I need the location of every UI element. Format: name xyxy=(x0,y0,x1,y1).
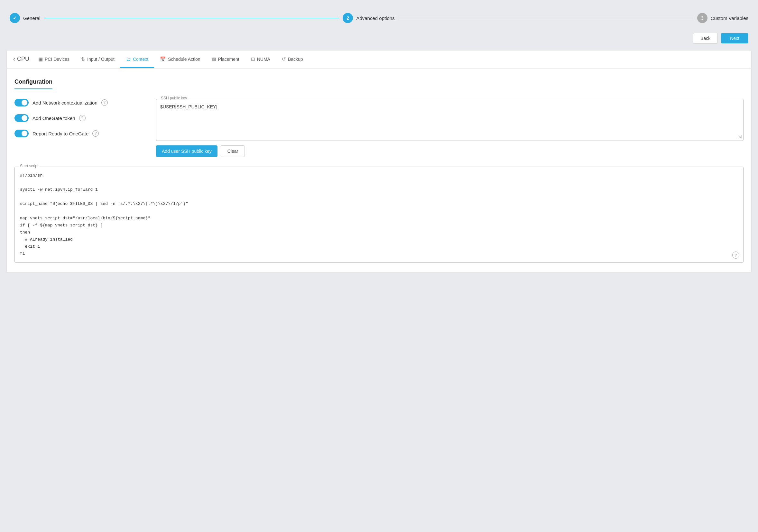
step-line-2 xyxy=(398,18,693,18)
chevron-left-icon: ‹ xyxy=(13,56,15,62)
ssh-key-panel: SSH public key $USER[SSH_PUBLIC_KEY] ⇲ A… xyxy=(156,99,743,157)
stepper: ✓ General 2 Advanced options 3 Custom Va… xyxy=(6,6,752,33)
clear-button[interactable]: Clear xyxy=(221,146,245,157)
add-ssh-button[interactable]: Add user SSH public key xyxy=(156,146,218,157)
step-2-label: Advanced options xyxy=(356,16,395,21)
tab-bar: ‹ CPU ▣ PCI Devices ⇅ Input / Output 🗂 C… xyxy=(6,50,752,69)
toggle-network-ctx[interactable] xyxy=(15,99,29,107)
tab-input-output[interactable]: ⇅ Input / Output xyxy=(75,51,120,68)
tab-numa[interactable]: ⊡ NUMA xyxy=(245,51,276,68)
tab-schedule-label: Schedule Action xyxy=(168,57,200,62)
resize-handle-icon: ⇲ xyxy=(738,134,742,139)
toggle-network-ctx-label: Add Network contextualization xyxy=(32,100,97,106)
toggle-network-ctx-slider xyxy=(15,99,29,107)
toggle-report-label: Report Ready to OneGate xyxy=(32,131,88,136)
toggle-onegate-slider xyxy=(15,114,29,122)
tab-schedule-action[interactable]: 📅 Schedule Action xyxy=(154,51,206,68)
ssh-actions: Add user SSH public key Clear xyxy=(156,146,743,157)
toolbar: Back Next xyxy=(6,33,752,50)
tab-io-label: Input / Output xyxy=(87,57,115,62)
back-button[interactable]: Back xyxy=(693,33,718,44)
start-script-label: Start script xyxy=(19,164,40,168)
pci-icon: ▣ xyxy=(38,56,43,62)
ssh-key-textarea[interactable]: $USER[SSH_PUBLIC_KEY] xyxy=(159,102,741,137)
numa-icon: ⊡ xyxy=(251,56,255,62)
next-button[interactable]: Next xyxy=(721,33,748,44)
tab-placement[interactable]: ⊠ Placement xyxy=(206,51,245,68)
tab-pci-label: PCI Devices xyxy=(45,57,69,62)
toggle-onegate-row: Add OneGate token ? xyxy=(15,114,143,122)
toggles-panel: Add Network contextualization ? Add OneG… xyxy=(15,99,143,137)
step-3-circle: 3 xyxy=(697,13,707,23)
context-icon: 🗂 xyxy=(126,56,131,62)
toggle-network-ctx-row: Add Network contextualization ? xyxy=(15,99,143,107)
placement-icon: ⊠ xyxy=(212,56,216,62)
start-script-help-icon[interactable]: ? xyxy=(732,251,739,259)
config-layout: Add Network contextualization ? Add OneG… xyxy=(15,99,743,157)
step-2-circle: 2 xyxy=(343,13,353,23)
main-content: Configuration Add Network contextualizat… xyxy=(6,69,752,273)
tab-backup[interactable]: ↺ Backup xyxy=(276,51,309,68)
toggle-network-ctx-help[interactable]: ? xyxy=(101,99,108,106)
tab-cpu-label: CPU xyxy=(17,56,29,62)
toggle-report-row: Report Ready to OneGate ? xyxy=(15,130,143,137)
step-advanced: 2 Advanced options xyxy=(343,13,395,23)
ssh-key-label: SSH public key xyxy=(159,96,188,100)
start-script-wrapper: Start script #!/bin/sh sysctl -w net.ipv… xyxy=(15,167,743,263)
tab-numa-label: NUMA xyxy=(257,57,270,62)
backup-icon: ↺ xyxy=(282,56,286,62)
tab-context-label: Context xyxy=(133,57,148,62)
toggle-report[interactable] xyxy=(15,130,29,137)
io-icon: ⇅ xyxy=(81,56,85,62)
schedule-icon: 📅 xyxy=(160,56,166,62)
start-script-content[interactable]: #!/bin/sh sysctl -w net.ipv4.ip_forward=… xyxy=(20,172,738,257)
toggle-onegate[interactable] xyxy=(15,114,29,122)
tab-prev-arrow[interactable]: ‹ CPU xyxy=(10,50,32,69)
toggle-report-help[interactable]: ? xyxy=(92,130,99,137)
step-line-1 xyxy=(44,18,339,18)
step-general: ✓ General xyxy=(10,13,40,23)
tab-placement-label: Placement xyxy=(218,57,239,62)
tab-backup-label: Backup xyxy=(288,57,303,62)
tab-context[interactable]: 🗂 Context xyxy=(120,51,154,68)
tab-pci-devices[interactable]: ▣ PCI Devices xyxy=(32,51,75,68)
section-title: Configuration xyxy=(15,79,52,89)
step-custom: 3 Custom Variables xyxy=(697,13,748,23)
toggle-report-slider xyxy=(15,130,29,137)
step-3-label: Custom Variables xyxy=(711,16,748,21)
toggle-onegate-label: Add OneGate token xyxy=(32,116,75,121)
ssh-key-field-wrapper: SSH public key $USER[SSH_PUBLIC_KEY] ⇲ xyxy=(156,99,743,141)
step-1-circle: ✓ xyxy=(10,13,20,23)
toggle-onegate-help[interactable]: ? xyxy=(79,115,86,121)
step-1-label: General xyxy=(23,16,40,21)
